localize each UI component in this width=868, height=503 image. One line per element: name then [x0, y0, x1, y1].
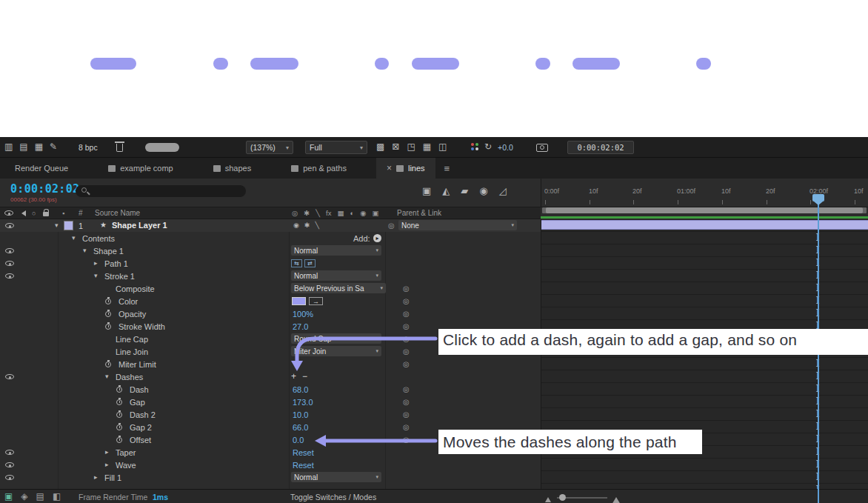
column-source-name[interactable]: Source Name [95, 209, 140, 217]
gap-value[interactable]: 173.0 [293, 398, 313, 407]
twirl-open-icon[interactable]: ▾ [83, 247, 87, 254]
stopwatch-icon[interactable] [105, 299, 111, 304]
panel-grid-icon[interactable]: ▥ [4, 141, 13, 152]
row-gap[interactable]: Gap173.0◎ [0, 396, 541, 408]
pick-whip-icon[interactable]: ◎ [403, 322, 410, 330]
layer-visibility-eye-icon[interactable] [5, 223, 14, 228]
layer-twirl-open-icon[interactable]: ▾ [55, 221, 59, 229]
pick-whip-icon[interactable]: ◎ [403, 335, 410, 343]
twirl-open-icon[interactable]: ▾ [94, 272, 98, 279]
visibility-eye-icon[interactable] [5, 273, 14, 279]
pick-whip-icon[interactable]: ◎ [403, 284, 410, 293]
close-icon[interactable]: × [387, 163, 392, 173]
offset-value[interactable]: 0.0 [293, 436, 304, 444]
dash-2-value[interactable]: 10.0 [293, 410, 308, 419]
flowchart-icon[interactable]: ◈ [21, 491, 27, 502]
motion-blur-icon[interactable]: ◉ [479, 185, 487, 196]
stopwatch-icon[interactable] [116, 387, 122, 393]
stopwatch-icon[interactable] [116, 424, 122, 430]
toggle-switches-modes-button[interactable]: Toggle Switches / Modes [290, 493, 376, 502]
mask-visibility-icon[interactable]: ⊠ [392, 141, 399, 152]
trash-icon[interactable] [116, 144, 123, 152]
tab-render-queue[interactable]: Render Queue [4, 158, 79, 179]
row-opacity[interactable]: Opacity100%◎ [0, 307, 541, 320]
add-dash-button[interactable]: + [291, 371, 296, 382]
row-composite[interactable]: CompositeBelow Previous in Sa▾◎ [0, 282, 541, 295]
brush-icon[interactable]: ✎ [50, 141, 57, 152]
exposure-value[interactable]: +0.0 [498, 143, 513, 152]
folder-icon[interactable]: ▤ [19, 141, 27, 152]
row-dash-2[interactable]: Dash 210.0◎ [0, 408, 541, 421]
row-wave[interactable]: ▸WaveReset [0, 459, 541, 471]
composition-settings-icon[interactable]: ▤ [36, 491, 44, 502]
pick-whip-icon[interactable]: ◎ [403, 398, 410, 406]
playhead-handle[interactable] [812, 194, 824, 201]
tab-lines[interactable]: ×lines [376, 158, 435, 179]
reverse-path-icon[interactable]: ⇆ [291, 259, 302, 267]
fill-1-dropdown[interactable]: Normal▾ [291, 472, 381, 482]
tab-example-comp[interactable]: example comp [98, 158, 184, 179]
layer-name[interactable]: Shape Layer 1 [112, 221, 167, 230]
channel-settings-icon[interactable] [471, 143, 479, 151]
parent-dropdown[interactable]: None ▾ [398, 220, 517, 230]
row-stroke-1[interactable]: ▾Stroke 1Normal▾ [0, 270, 541, 282]
row-shape-1[interactable]: ▾Shape 1Normal▾ [0, 244, 541, 257]
timeline-zoom-control[interactable] [541, 491, 630, 502]
row-dash[interactable]: Dash68.0◎ [0, 383, 541, 396]
color-link-icon[interactable]: → [309, 297, 323, 305]
dash-value[interactable]: 68.0 [293, 385, 308, 394]
gap-2-value[interactable]: 66.0 [293, 423, 308, 432]
stopwatch-icon[interactable] [116, 399, 122, 405]
stroke-1-dropdown[interactable]: Normal▾ [291, 270, 381, 281]
layer-switches[interactable]: ◉✱╲ [293, 221, 319, 229]
visibility-eye-icon[interactable] [5, 248, 14, 253]
twirl-closed-icon[interactable]: ▸ [94, 473, 98, 481]
visibility-eye-icon[interactable] [5, 450, 14, 455]
visibility-eye-icon[interactable] [5, 475, 14, 480]
image-icon[interactable]: ▦ [35, 141, 43, 152]
layer-label-color[interactable] [64, 221, 73, 230]
zoom-in-mountain-icon[interactable] [612, 493, 621, 503]
twirl-closed-icon[interactable]: ▸ [105, 461, 109, 468]
tab-pen-paths[interactable]: pen & paths [281, 158, 357, 179]
region-of-interest-icon[interactable]: ◳ [407, 141, 415, 152]
pick-whip-icon[interactable]: ◎ [403, 360, 410, 368]
layer-row-shape-layer-1[interactable]: ▾ 1 ★ Shape Layer 1 ◉✱╲ ◎ None ▾ [0, 219, 541, 232]
toolbar-timecode[interactable]: 0:00:02:02 [567, 141, 634, 154]
stroke-width-value[interactable]: 27.0 [293, 322, 308, 331]
composite-dropdown[interactable]: Below Previous in Sa▾ [291, 283, 386, 293]
zoom-out-mountain-icon[interactable] [545, 494, 551, 502]
line-cap-dropdown[interactable]: Round Cap▾ [291, 333, 381, 344]
resolution-dropdown[interactable]: Full ▾ [305, 141, 367, 154]
row-dashes[interactable]: ▾Dashes+− [0, 370, 541, 383]
toolbar-pill[interactable] [145, 143, 179, 152]
stroke-color-swatch[interactable] [292, 297, 306, 305]
row-fill-1[interactable]: ▸Fill 1Normal▾ [0, 471, 541, 484]
pick-whip-icon[interactable]: ◎ [403, 347, 410, 356]
bit-depth-button[interactable]: 8 bpc [79, 143, 98, 152]
twirl-open-icon[interactable]: ▾ [105, 373, 109, 380]
row-miter-limit[interactable]: Miter Limit◎ [0, 358, 541, 370]
frame-blending-icon[interactable]: ▰ [461, 185, 468, 196]
mini-flowchart-icon[interactable]: ▣ [422, 185, 431, 196]
visibility-eye-icon[interactable] [5, 462, 14, 467]
grid-guides-icon[interactable]: ▩ [376, 141, 384, 152]
magnification-dropdown[interactable]: (137%) ▾ [246, 141, 293, 154]
visibility-eye-icon[interactable] [5, 374, 14, 379]
add-property-button[interactable]: ▸ [373, 234, 381, 242]
parent-pick-whip-icon[interactable]: ◎ [388, 221, 395, 230]
row-path-1[interactable]: ▸Path 1⇆⇄ [0, 257, 541, 270]
stopwatch-icon[interactable] [105, 311, 111, 317]
shy-layers-icon[interactable]: ◧ [53, 491, 61, 502]
pick-whip-icon[interactable]: ◎ [403, 410, 410, 419]
twirl-closed-icon[interactable]: ▸ [105, 448, 109, 456]
render-time-icon[interactable]: ▣ [4, 491, 13, 502]
stopwatch-icon[interactable] [105, 324, 111, 330]
effects-icon[interactable]: ✱ [304, 221, 310, 229]
stopwatch-icon[interactable] [116, 437, 122, 443]
reset-exposure-icon[interactable]: ↻ [484, 141, 492, 152]
remove-dash-button[interactable]: − [302, 371, 307, 382]
search-input[interactable] [76, 185, 246, 197]
snapshot-camera-icon[interactable] [536, 144, 548, 152]
line-join-dropdown[interactable]: Miter Join▾ [291, 346, 381, 356]
